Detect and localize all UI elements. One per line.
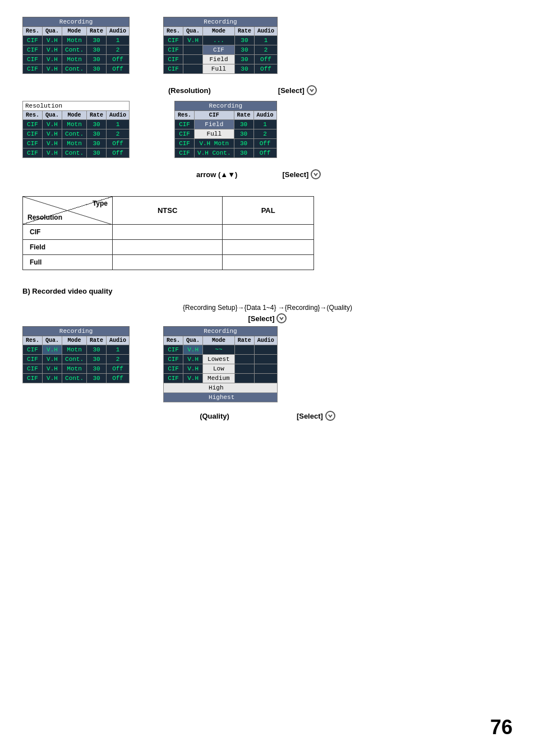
top-section: Recording Res. Qua. Mode Rate Audio CIF … bbox=[22, 17, 513, 74]
type-row-field: Field bbox=[23, 240, 113, 255]
arrow-label: arrow (▲▼) bbox=[196, 170, 237, 179]
type-table: Type Resolution NTSC PAL CIF Field bbox=[22, 196, 314, 270]
section-b-left-table: Recording Res. Qua. Mode Rate Audio CIF bbox=[22, 326, 130, 383]
select-label-1: [Select] bbox=[278, 85, 317, 95]
section-b-select-label-2: [Select] bbox=[297, 411, 335, 421]
section-b-select: [Select] bbox=[22, 313, 513, 323]
top-left-recording: Recording Res. Qua. Mode Rate Audio CIF … bbox=[22, 17, 130, 74]
type-row-cif: CIF bbox=[23, 225, 113, 240]
section-b-right-table: Recording Res. Qua. Mode Rate Audio CIF bbox=[163, 326, 278, 383]
pal-header: PAL bbox=[223, 197, 314, 225]
type-resolution-section: Type Resolution NTSC PAL CIF Field bbox=[22, 196, 513, 270]
select-icon-1 bbox=[307, 85, 317, 95]
mid-left-resolution: Resolution Res. Qua. Mode Rate Audio CIF… bbox=[22, 101, 130, 158]
mid-right-recording: Recording Res. CIF Rate Audio CIF Field … bbox=[174, 101, 276, 158]
resolution-label-row: (Resolution) [Select] bbox=[22, 85, 513, 95]
section-b-title: B) Recorded video quality bbox=[22, 287, 513, 295]
quality-select-row: (Quality) [Select] bbox=[22, 411, 513, 421]
section-b-left-table-container: Recording Res. Qua. Mode Rate Audio CIF bbox=[22, 326, 130, 383]
select-icon-3 bbox=[276, 313, 287, 323]
section-b-select-label: [Select] bbox=[248, 314, 275, 323]
top-left-table: Recording Res. Qua. Mode Rate Audio CIF … bbox=[22, 17, 130, 74]
select-icon-4 bbox=[325, 411, 335, 421]
section-b-right-table-container: Recording Res. Qua. Mode Rate Audio CIF bbox=[163, 326, 278, 402]
type-row-full: Full bbox=[23, 255, 113, 270]
quality-label: (Quality) bbox=[200, 412, 229, 420]
select-icon-2 bbox=[311, 169, 321, 179]
page-content: Recording Res. Qua. Mode Rate Audio CIF … bbox=[22, 17, 513, 421]
section-b-path-row: {Recording Setup}→{Data 1~4} →{Recording… bbox=[22, 304, 513, 323]
section-b: B) Recorded video quality {Recording Set… bbox=[22, 287, 513, 421]
quality-dropdown: High Highest bbox=[163, 383, 278, 402]
arrow-select-row: arrow (▲▼) [Select] bbox=[196, 169, 513, 179]
ntsc-header: NTSC bbox=[113, 197, 223, 225]
select-label-2: [Select] bbox=[282, 169, 321, 179]
mid-left-table: Resolution Res. Qua. Mode Rate Audio CIF… bbox=[22, 101, 130, 158]
section-b-path: {Recording Setup}→{Data 1~4} →{Recording… bbox=[22, 304, 513, 312]
type-header: Type bbox=[93, 200, 108, 207]
page-number: 76 bbox=[490, 716, 513, 739]
mid-right-table: Recording Res. CIF Rate Audio CIF Field … bbox=[174, 101, 276, 158]
resolution-col-header: Resolution bbox=[27, 214, 62, 221]
top-left-title: Recording bbox=[23, 17, 130, 27]
top-right-recording: Recording Res. Qua. Mode Rate Audio CIF … bbox=[163, 17, 278, 74]
resolution-label: (Resolution) bbox=[168, 86, 211, 95]
middle-section: Resolution Res. Qua. Mode Rate Audio CIF… bbox=[22, 101, 513, 158]
top-right-table: Recording Res. Qua. Mode Rate Audio CIF … bbox=[163, 17, 278, 74]
section-b-tables: Recording Res. Qua. Mode Rate Audio CIF bbox=[22, 326, 513, 402]
